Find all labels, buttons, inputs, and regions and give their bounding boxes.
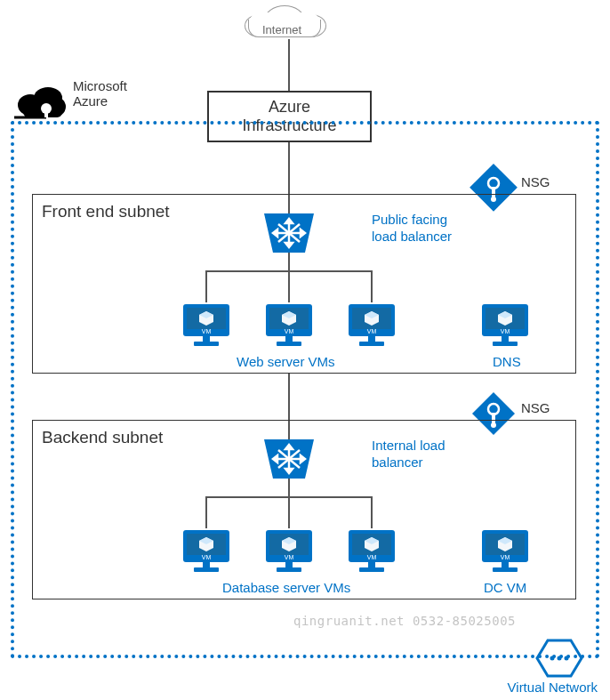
connector-line	[288, 479, 290, 496]
dns-label: DNS	[493, 354, 521, 371]
backend-subnet-title: Backend subnet	[42, 428, 163, 447]
svg-text:VM: VM	[285, 328, 294, 334]
connector-line	[288, 270, 290, 302]
web-vm-icon: VM	[347, 302, 397, 349]
frontend-subnet-title: Front end subnet	[42, 202, 170, 221]
svg-rect-45	[203, 562, 210, 567]
svg-point-63	[558, 656, 562, 661]
db-vm-icon: VM	[181, 528, 231, 575]
svg-text:VM: VM	[367, 328, 377, 334]
svg-rect-34	[493, 342, 518, 346]
lb-label-line2: load balancer	[372, 229, 452, 245]
infra-label-line1: Azure	[209, 98, 370, 117]
dc-vm-icon: VM	[480, 528, 530, 575]
svg-text:VM: VM	[501, 328, 510, 334]
connector-line	[371, 270, 373, 302]
web-vm-icon: VM	[181, 302, 231, 349]
public-load-balancer-icon	[261, 213, 317, 253]
db-vms-label: Database server VMs	[222, 580, 350, 597]
nsg-label: NSG	[521, 400, 550, 417]
svg-rect-19	[194, 342, 219, 346]
internal-lb-label: Internal load balancer	[372, 438, 445, 471]
svg-point-64	[565, 656, 569, 661]
svg-rect-51	[277, 567, 301, 572]
svg-rect-46	[194, 567, 219, 572]
lb-label-line1: Internal load	[372, 438, 445, 455]
svg-text:VM: VM	[501, 554, 510, 560]
svg-point-62	[550, 656, 555, 661]
vnet-label: Virtual Network	[508, 680, 598, 696]
svg-rect-50	[285, 562, 293, 567]
svg-rect-6	[44, 109, 48, 117]
web-vms-label: Web server VMs	[237, 354, 335, 371]
svg-text:VM: VM	[202, 554, 212, 560]
dcvm-label: DC VM	[484, 580, 526, 597]
dns-vm-icon: VM	[480, 302, 530, 349]
db-vm-icon: VM	[347, 528, 397, 575]
connector-line	[371, 496, 373, 528]
db-vm-icon: VM	[264, 528, 314, 575]
nsg-label: NSG	[521, 174, 550, 191]
svg-text:VM: VM	[285, 554, 294, 560]
internal-load-balancer-icon	[261, 439, 317, 479]
svg-rect-23	[285, 336, 293, 342]
web-vm-icon: VM	[264, 302, 314, 349]
lb-label-line2: balancer	[372, 455, 445, 471]
connector-line	[288, 39, 290, 91]
azure-brand-line1: Microsoft	[73, 78, 127, 93]
connector-line	[288, 496, 290, 528]
connector-line	[205, 270, 207, 302]
svg-rect-56	[359, 567, 384, 572]
svg-rect-24	[277, 342, 301, 346]
lb-label-line1: Public facing	[372, 212, 452, 229]
watermark-text: qingruanit.net 0532-85025005	[293, 614, 516, 628]
svg-text:VM: VM	[202, 328, 212, 334]
azure-brand-label: Microsoft Azure	[73, 78, 127, 109]
connector-line	[288, 253, 290, 270]
svg-rect-33	[502, 336, 509, 342]
connector-line	[205, 496, 207, 528]
internet-label: Internet	[262, 23, 301, 37]
svg-text:VM: VM	[367, 554, 377, 560]
svg-rect-60	[502, 562, 509, 567]
virtual-network-icon	[535, 639, 583, 678]
svg-rect-61	[493, 567, 518, 572]
azure-logo-icon	[14, 87, 68, 123]
svg-rect-28	[368, 336, 375, 342]
svg-rect-18	[203, 336, 210, 342]
azure-brand-line2: Azure	[73, 93, 127, 109]
svg-rect-29	[359, 342, 384, 346]
svg-rect-55	[368, 562, 375, 567]
public-lb-label: Public facing load balancer	[372, 212, 452, 245]
